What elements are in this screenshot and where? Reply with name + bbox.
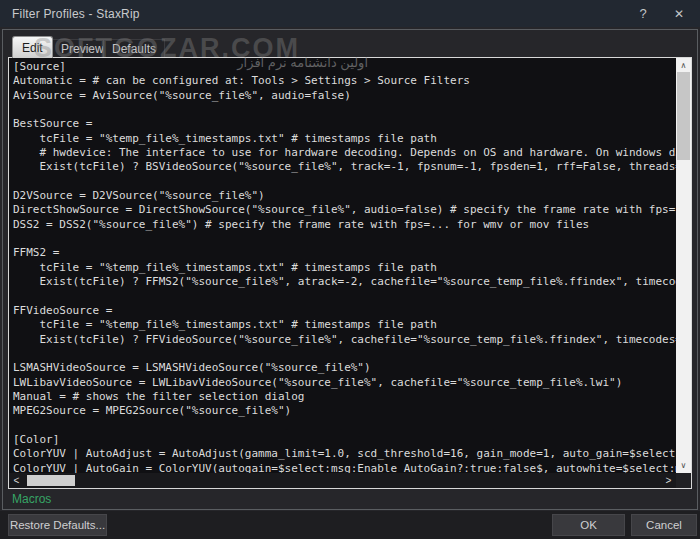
- cancel-button[interactable]: Cancel: [631, 514, 697, 536]
- title-bar: Filter Profiles - StaxRip ? ✕: [0, 0, 700, 27]
- tab-edit[interactable]: Edit: [12, 36, 53, 58]
- profiles-code-textarea[interactable]: [Source] Automatic = # can be configured…: [9, 58, 676, 473]
- tab-edit-label: Edit: [22, 41, 43, 55]
- profiles-editor: [Source] Automatic = # can be configured…: [8, 57, 692, 489]
- tab-preview-label: Preview: [61, 42, 104, 56]
- scroll-up-icon[interactable]: ∧: [676, 58, 691, 73]
- window-title: Filter Profiles - StaxRip: [12, 7, 140, 21]
- vertical-scrollbar[interactable]: ∧ ∨: [676, 58, 691, 473]
- scroll-left-icon[interactable]: <: [9, 473, 24, 488]
- ok-button[interactable]: OK: [552, 514, 625, 536]
- horizontal-scrollbar[interactable]: < >: [9, 473, 676, 488]
- close-icon[interactable]: ✕: [662, 0, 696, 27]
- macros-link[interactable]: Macros: [12, 492, 51, 506]
- filter-profiles-dialog: Filter Profiles - StaxRip ? ✕ Edit Previ…: [0, 0, 700, 539]
- restore-defaults-button[interactable]: Restore Defaults...: [8, 514, 107, 536]
- help-icon[interactable]: ?: [626, 0, 660, 27]
- tab-defaults-label: Defaults: [112, 42, 156, 56]
- scroll-right-icon[interactable]: >: [661, 473, 676, 488]
- horizontal-scrollbar-thumb[interactable]: [27, 475, 75, 486]
- scroll-down-icon[interactable]: ∨: [676, 458, 691, 473]
- scrollbar-corner: [676, 473, 691, 488]
- footer-bar: Restore Defaults... OK Cancel: [0, 511, 700, 539]
- tab-defaults[interactable]: Defaults: [103, 39, 165, 58]
- vertical-scrollbar-thumb[interactable]: [677, 72, 690, 160]
